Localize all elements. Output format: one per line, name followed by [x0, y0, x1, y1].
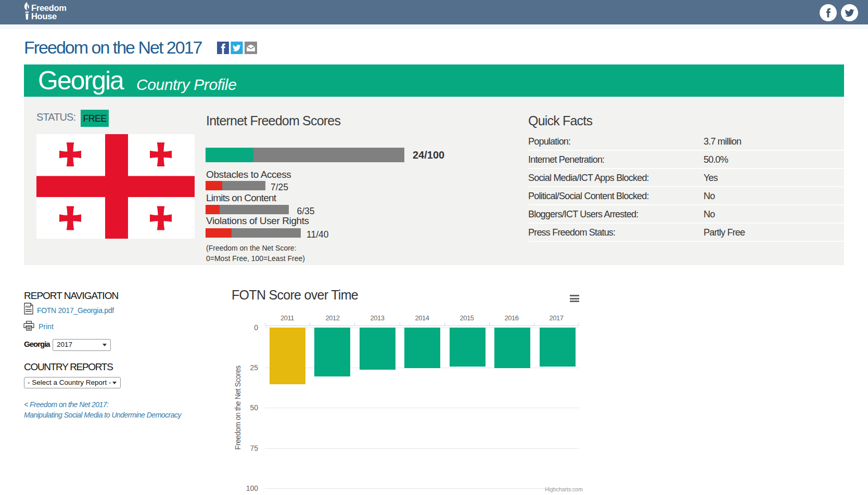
svg-text:House: House	[31, 11, 57, 21]
svg-text:PDF: PDF	[25, 305, 32, 308]
